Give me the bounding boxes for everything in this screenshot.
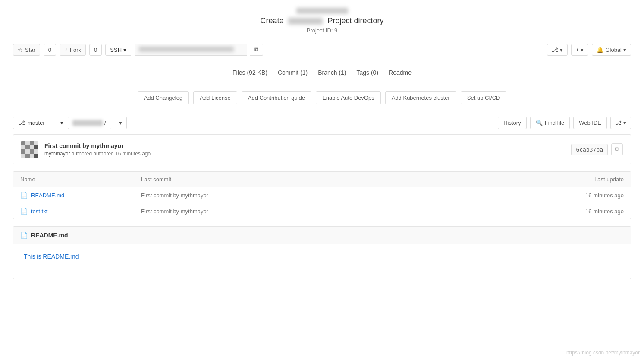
file-commit-readme: First commit by mythmayor bbox=[141, 192, 537, 199]
file-icon: 📄 bbox=[20, 192, 28, 199]
commit-title: First commit by mythmayor bbox=[44, 142, 565, 149]
branch-selector[interactable]: ⎇ master ▾ bbox=[13, 117, 69, 129]
file-commit-testtxt: First commit by mythmayor bbox=[141, 208, 537, 215]
tab-branch[interactable]: Branch (1) bbox=[318, 67, 346, 78]
readme-filename: README.md bbox=[31, 232, 68, 239]
commit-details: First commit by mythmayor mythmayor auth… bbox=[44, 142, 565, 157]
plus-icon: + bbox=[114, 120, 118, 126]
enable-auto-devops-button[interactable]: Enable Auto DevOps bbox=[316, 91, 381, 104]
file-toolbar-right: History 🔍 Find file Web IDE ⎇ ▾ bbox=[498, 117, 631, 129]
clone-icon: ⎇ bbox=[552, 47, 558, 53]
svg-rect-4 bbox=[21, 149, 25, 154]
tab-readme[interactable]: Readme bbox=[389, 67, 412, 78]
file-table-header: Name Last commit Last update bbox=[13, 172, 631, 187]
file-update-testtxt: 16 minutes ago bbox=[537, 208, 624, 215]
table-row: 📄 test.txt First commit by mythmayor 16 … bbox=[13, 203, 631, 219]
svg-rect-5 bbox=[30, 149, 34, 154]
branch-icon: ⎇ bbox=[19, 120, 25, 126]
copy-icon-2: ⧉ bbox=[615, 146, 619, 152]
file-update-readme: 16 minutes ago bbox=[537, 192, 624, 199]
clone-options-button[interactable]: ⎇ ▾ bbox=[547, 44, 568, 56]
page-wrapper: Create Project directory Project ID: 9 ☆… bbox=[0, 0, 644, 279]
readme-file-icon: 📄 bbox=[20, 232, 28, 239]
project-id: Project ID: 9 bbox=[0, 27, 644, 34]
chevron-down-icon-2: ▾ bbox=[560, 47, 563, 53]
bell-icon: 🔔 bbox=[597, 47, 603, 53]
svg-rect-7 bbox=[34, 145, 38, 149]
svg-rect-3 bbox=[30, 141, 34, 145]
file-link-testtxt[interactable]: 📄 test.txt bbox=[20, 208, 141, 215]
copy-hash-button[interactable]: ⧉ bbox=[611, 143, 623, 155]
star-icon: ☆ bbox=[18, 47, 23, 53]
readme-header: 📄 README.md bbox=[13, 227, 631, 244]
branch-name: master bbox=[28, 120, 45, 126]
col-last-commit: Last commit bbox=[141, 176, 537, 183]
col-name: Name bbox=[20, 176, 141, 183]
commit-info: First commit by mythmayor mythmayor auth… bbox=[13, 134, 631, 164]
add-file-button[interactable]: + ▾ bbox=[110, 117, 127, 129]
search-icon: 🔍 bbox=[536, 120, 543, 126]
notifications-button[interactable]: 🔔 Global ▾ bbox=[592, 44, 631, 56]
readme-section: 📄 README.md This is README.md bbox=[13, 226, 631, 279]
readme-text: This is README.md bbox=[24, 253, 79, 260]
file-link-readme[interactable]: 📄 README.md bbox=[20, 192, 141, 199]
fork-button[interactable]: ⑂ Fork bbox=[60, 44, 86, 56]
tab-tags[interactable]: Tags (0) bbox=[357, 67, 379, 78]
commit-time: 16 minutes ago bbox=[115, 151, 151, 157]
clone-icon-2: ⎇ bbox=[615, 120, 622, 126]
find-file-button[interactable]: 🔍 Find file bbox=[530, 117, 570, 129]
add-kubernetes-cluster-button[interactable]: Add Kubernetes cluster bbox=[385, 91, 456, 104]
add-contribution-guide-button[interactable]: Add Contribution guide bbox=[242, 91, 311, 104]
quick-actions: Add Changelog Add License Add Contributi… bbox=[0, 84, 644, 111]
star-count: 0 bbox=[44, 44, 56, 56]
breadcrumb: / bbox=[72, 120, 106, 126]
svg-rect-8 bbox=[34, 154, 38, 158]
chevron-down-icon-6: ▾ bbox=[623, 120, 626, 126]
file-toolbar: ⎇ master ▾ / + ▾ History 🔍 Find file Web… bbox=[0, 111, 644, 134]
file-table: Name Last commit Last update 📄 README.md… bbox=[13, 171, 631, 219]
chevron-down-icon: ▾ bbox=[123, 47, 126, 53]
action-bar-right: ⎇ ▾ + ▾ 🔔 Global ▾ bbox=[547, 44, 631, 56]
commit-author: mythmayor bbox=[44, 151, 70, 157]
fork-icon: ⑂ bbox=[64, 47, 68, 53]
more-options-button[interactable]: ⎇ ▾ bbox=[610, 117, 631, 129]
readme-content: This is README.md bbox=[13, 244, 631, 279]
tab-commit[interactable]: Commit (1) bbox=[278, 67, 308, 78]
add-button[interactable]: + ▾ bbox=[571, 44, 589, 56]
add-changelog-button[interactable]: Add Changelog bbox=[138, 91, 189, 104]
svg-rect-1 bbox=[21, 141, 25, 145]
web-ide-button[interactable]: Web IDE bbox=[573, 117, 607, 129]
setup-cicd-button[interactable]: Set up CI/CD bbox=[461, 91, 507, 104]
fork-count: 0 bbox=[89, 44, 102, 56]
table-row: 📄 README.md First commit by mythmayor 16… bbox=[13, 187, 631, 203]
copy-icon: ⧉ bbox=[254, 46, 258, 53]
history-button[interactable]: History bbox=[498, 117, 526, 129]
chevron-down-icon-4: ▾ bbox=[623, 47, 626, 53]
nav-tabs: Files (92 KB) Commit (1) Branch (1) Tags… bbox=[0, 61, 644, 84]
url-copy-button[interactable]: ⧉ bbox=[250, 44, 263, 56]
add-license-button[interactable]: Add License bbox=[193, 91, 237, 104]
ssh-dropdown[interactable]: SSH ▾ bbox=[105, 44, 131, 56]
project-header: Create Project directory Project ID: 9 bbox=[0, 0, 644, 38]
hash-badge: 6cab37ba bbox=[571, 144, 608, 155]
avatar-pattern bbox=[21, 141, 38, 158]
avatar bbox=[21, 141, 38, 158]
commit-action: authored bbox=[72, 151, 92, 157]
commit-hash: 6cab37ba ⧉ bbox=[571, 143, 623, 155]
project-title: Create Project directory bbox=[0, 16, 644, 25]
tab-files[interactable]: Files (92 KB) bbox=[232, 67, 267, 78]
branch-chevron-icon: ▾ bbox=[60, 120, 63, 126]
action-bar: ☆ Star 0 ⑂ Fork 0 SSH ▾ ⧉ ⎇ ▾ + ▾ bbox=[0, 38, 644, 61]
breadcrumb-blurred-segment bbox=[72, 120, 103, 126]
svg-rect-6 bbox=[25, 154, 30, 158]
col-last-update: Last update bbox=[537, 176, 624, 183]
chevron-down-icon-3: ▾ bbox=[581, 47, 584, 53]
star-button[interactable]: ☆ Star bbox=[13, 44, 40, 56]
commit-meta: mythmayor authored authored 16 minutes a… bbox=[44, 151, 565, 157]
file-icon-2: 📄 bbox=[20, 208, 28, 215]
svg-rect-2 bbox=[25, 145, 30, 149]
chevron-down-icon-5: ▾ bbox=[119, 120, 122, 126]
url-input[interactable] bbox=[135, 44, 247, 56]
